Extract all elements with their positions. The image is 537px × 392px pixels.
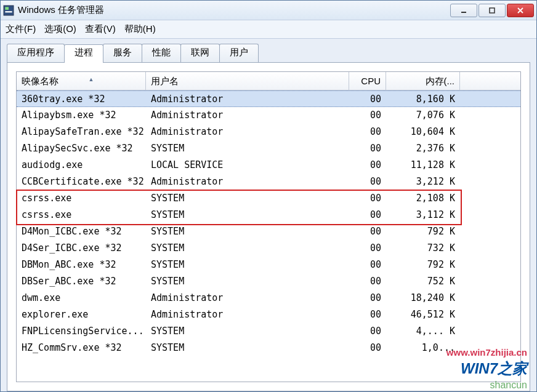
cell-cpu: 00	[349, 190, 386, 207]
cell-user: SYSTEM	[146, 190, 349, 207]
cell-user: Administrator	[146, 124, 349, 140]
column-header-memory[interactable]: 内存(...	[386, 72, 460, 90]
cell-name: AlipaySecSvc.exe *32	[17, 140, 146, 157]
table-row[interactable]: explorer.exeAdministrator0046,512 K	[17, 306, 520, 323]
close-icon	[517, 7, 524, 14]
cell-cpu: 00	[349, 107, 386, 124]
cell-cpu: 00	[349, 124, 386, 140]
window-title: Windows 任务管理器	[18, 4, 450, 16]
cell-user: LOCAL SERVICE	[146, 157, 349, 174]
column-header-cpu[interactable]: CPU	[349, 72, 386, 90]
table-row[interactable]: audiodg.exeLOCAL SERVICE0011,128 K	[17, 157, 520, 174]
menu-options[interactable]: 选项(O)	[44, 23, 76, 35]
tabs: 应用程序 进程 服务 性能 联网 用户	[7, 44, 530, 62]
cell-name: DBSer_ABC.exe *32	[17, 273, 146, 290]
cell-user: Administrator	[146, 174, 349, 190]
app-icon	[3, 5, 14, 16]
table-row[interactable]: 360tray.exe *32Administrator008,160 K	[17, 90, 520, 107]
cell-mem: 3,112 K	[386, 207, 460, 223]
table-row[interactable]: csrss.exeSYSTEM003,112 K	[17, 207, 520, 223]
cell-cpu: 00	[349, 290, 386, 306]
cell-name: audiodg.exe	[17, 157, 146, 174]
cell-name: csrss.exe	[17, 207, 146, 223]
cell-name: D4Ser_ICBC.exe *32	[17, 240, 146, 257]
table-row[interactable]: AlipaySecSvc.exe *32SYSTEM002,376 K	[17, 140, 520, 157]
cell-name: HZ_CommSrv.exe *32	[17, 340, 146, 356]
cell-name: csrss.exe	[17, 190, 146, 207]
cell-user: Administrator	[146, 306, 349, 323]
tab-area: 应用程序 进程 服务 性能 联网 用户 映像名称 用户名 CPU 内存(... …	[1, 39, 536, 391]
cell-cpu: 00	[349, 91, 386, 106]
svg-rect-3	[461, 12, 466, 13]
cell-cpu: 00	[349, 207, 386, 223]
table-row[interactable]: csrss.exeSYSTEM002,108 K	[17, 190, 520, 207]
cell-mem: 7,076 K	[386, 107, 460, 124]
cell-name: FNPLicensingService...	[17, 323, 146, 340]
minimize-button[interactable]	[450, 4, 477, 17]
cell-cpu: 00	[349, 273, 386, 290]
maximize-icon	[488, 7, 496, 14]
close-button[interactable]	[507, 4, 534, 17]
table-row[interactable]: DBSer_ABC.exe *32SYSTEM00752 K	[17, 273, 520, 290]
cell-mem: 11,128 K	[386, 157, 460, 174]
maximize-button[interactable]	[478, 4, 506, 17]
cell-user: SYSTEM	[146, 257, 349, 273]
svg-rect-4	[490, 8, 495, 13]
cell-cpu: 00	[349, 240, 386, 257]
table-row[interactable]: CCBCertificate.exe *32Administrator003,2…	[17, 174, 520, 190]
table-row[interactable]: DBMon_ABC.exe *32SYSTEM00792 K	[17, 257, 520, 273]
table-row[interactable]: FNPLicensingService...SYSTEM004,... K	[17, 323, 520, 340]
table-row[interactable]: Alipaybsm.exe *32Administrator007,076 K	[17, 107, 520, 124]
menu-help[interactable]: 帮助(H)	[124, 23, 156, 35]
svg-rect-1	[5, 7, 9, 10]
tab-services[interactable]: 服务	[103, 44, 142, 62]
process-table: 映像名称 用户名 CPU 内存(... 360tray.exe *32Admin…	[16, 71, 521, 382]
table-row[interactable]: dwm.exeAdministrator0018,240 K	[17, 290, 520, 306]
cell-mem: 4,... K	[386, 323, 460, 340]
tab-processes[interactable]: 进程	[64, 44, 103, 63]
cell-cpu: 00	[349, 223, 386, 240]
table-row[interactable]: D4Ser_ICBC.exe *32SYSTEM00732 K	[17, 240, 520, 257]
menu-file[interactable]: 文件(F)	[6, 23, 36, 35]
cell-name: Alipaybsm.exe *32	[17, 107, 146, 124]
cell-name: dwm.exe	[17, 290, 146, 306]
cell-cpu: 00	[349, 323, 386, 340]
tab-users[interactable]: 用户	[219, 44, 259, 62]
table-row[interactable]: HZ_CommSrv.exe *32SYSTEM001,0...	[17, 340, 520, 356]
cell-user: SYSTEM	[146, 240, 349, 257]
menu-view[interactable]: 查看(V)	[85, 23, 116, 35]
watermark-url: www.win7zhijia.cn	[446, 347, 527, 358]
cell-cpu: 00	[349, 174, 386, 190]
cell-user: Administrator	[146, 290, 349, 306]
cell-mem: 792 K	[386, 223, 460, 240]
titlebar[interactable]: Windows 任务管理器	[1, 1, 536, 20]
cell-user: SYSTEM	[146, 273, 349, 290]
tab-performance[interactable]: 性能	[142, 44, 181, 62]
cell-user: Administrator	[146, 91, 349, 106]
table-row[interactable]: D4Mon_ICBC.exe *32SYSTEM00792 K	[17, 223, 520, 240]
table-row[interactable]: AlipaySafeTran.exe *32Administrator0010,…	[17, 124, 520, 140]
cell-mem: 2,376 K	[386, 140, 460, 157]
cell-mem: 3,212 K	[386, 174, 460, 190]
cell-mem: 752 K	[386, 273, 460, 290]
column-header-name[interactable]: 映像名称	[17, 72, 146, 90]
cell-name: CCBCertificate.exe *32	[17, 174, 146, 190]
cell-name: explorer.exe	[17, 306, 146, 323]
cell-cpu: 00	[349, 157, 386, 174]
task-manager-window: Windows 任务管理器 文件(F) 选项(O) 查看(V) 帮助(H) 应用…	[0, 0, 537, 392]
cell-mem: 46,512 K	[386, 306, 460, 323]
cell-mem: 2,108 K	[386, 190, 460, 207]
cell-name: DBMon_ABC.exe *32	[17, 257, 146, 273]
table-body[interactable]: 360tray.exe *32Administrator008,160 KAli…	[17, 90, 520, 382]
tab-network[interactable]: 联网	[180, 44, 220, 62]
table-header: 映像名称 用户名 CPU 内存(...	[17, 72, 520, 90]
cell-user: SYSTEM	[146, 223, 349, 240]
cell-user: SYSTEM	[146, 140, 349, 157]
tab-applications[interactable]: 应用程序	[7, 44, 65, 62]
column-header-user[interactable]: 用户名	[146, 72, 349, 90]
cell-cpu: 00	[349, 140, 386, 157]
cell-cpu: 00	[349, 257, 386, 273]
cell-cpu: 00	[349, 306, 386, 323]
watermark-logo: WIN7之家	[461, 359, 527, 378]
cell-user: Administrator	[146, 107, 349, 124]
